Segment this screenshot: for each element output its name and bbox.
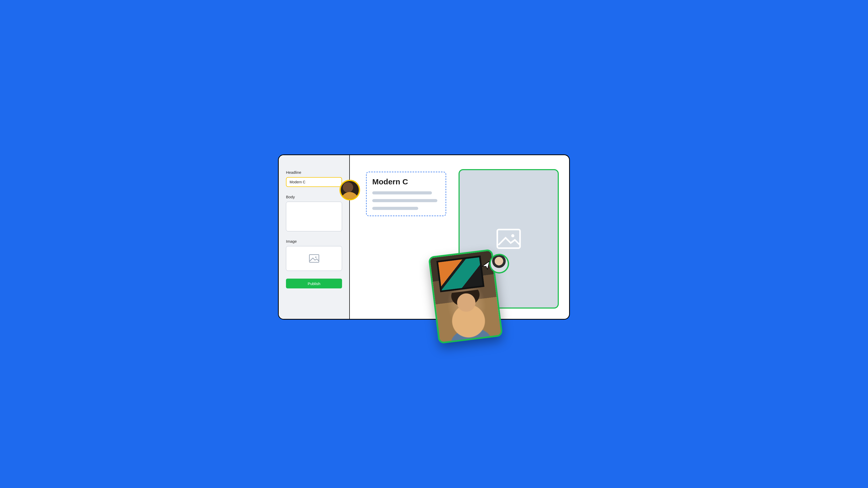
svg-rect-0 xyxy=(309,255,319,262)
image-placeholder-icon xyxy=(309,254,319,263)
stage: Headline Body Image Publish Modern C xyxy=(236,132,632,356)
preview-body-skeleton-line xyxy=(372,191,432,194)
collaborator-cursor-avatar-1 xyxy=(339,180,360,200)
svg-point-3 xyxy=(511,234,514,237)
preview-body-skeleton-line xyxy=(372,199,437,202)
headline-input[interactable] xyxy=(286,177,342,187)
image-placeholder-icon xyxy=(496,228,521,249)
preview-body-skeleton-line xyxy=(372,207,418,210)
headline-preview-card[interactable]: Modern C xyxy=(366,172,446,216)
body-label: Body xyxy=(286,195,342,199)
collaborator-cursor-avatar-2 xyxy=(488,253,510,275)
image-upload-dropzone[interactable] xyxy=(286,246,342,271)
svg-point-1 xyxy=(315,257,316,258)
svg-rect-2 xyxy=(497,230,520,248)
publish-button[interactable]: Publish xyxy=(286,279,342,288)
preview-title: Modern C xyxy=(372,177,440,186)
headline-label: Headline xyxy=(286,170,342,174)
image-label: Image xyxy=(286,239,342,243)
dragging-image-asset[interactable] xyxy=(428,249,503,344)
body-input[interactable] xyxy=(286,202,342,231)
sidebar: Headline Body Image Publish xyxy=(279,155,350,319)
editor-window: Headline Body Image Publish Modern C xyxy=(278,154,570,320)
collaborator-cursor-2 xyxy=(479,253,510,276)
